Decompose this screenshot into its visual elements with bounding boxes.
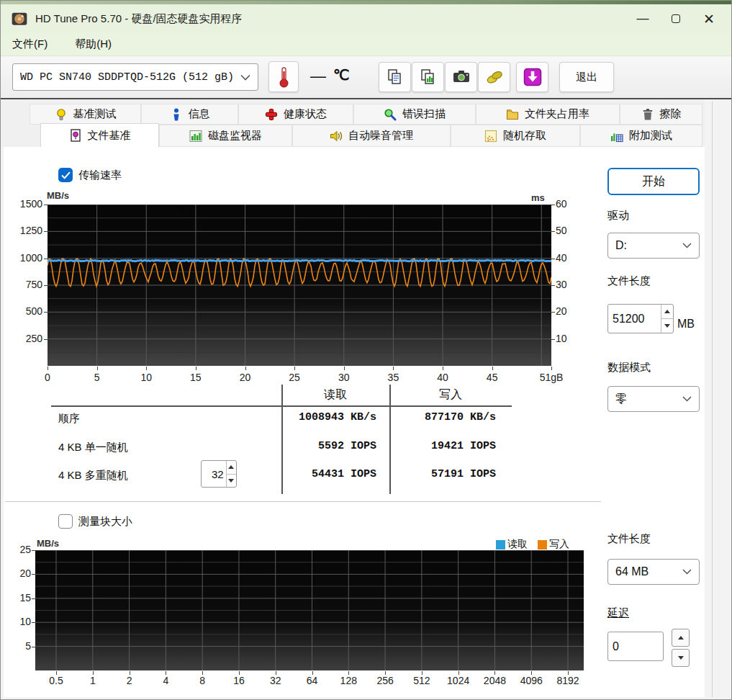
menu-file[interactable]: 文件(F)	[12, 37, 48, 51]
axis-tick	[146, 367, 147, 370]
spin-down-button[interactable]	[661, 319, 673, 333]
temperature-button[interactable]	[268, 61, 299, 92]
axis-tick-label: 10	[130, 372, 162, 383]
axis-tick	[202, 671, 203, 675]
minimize-button[interactable]: —	[626, 4, 659, 33]
axis-tick-label: 20	[2, 567, 31, 579]
queue-depth-input[interactable]	[202, 461, 226, 487]
tab-label: 信息	[189, 107, 210, 121]
data-mode-dropdown[interactable]: 零	[607, 386, 700, 412]
tab-label: 随机存取	[503, 129, 546, 143]
tab-label: 错误扫描	[402, 107, 446, 121]
exit-button-label: 退出	[576, 71, 597, 84]
delay-label: 延迟	[607, 606, 629, 620]
file-length2-label: 文件长度	[607, 532, 651, 546]
axis-tick-label: 1024	[443, 675, 474, 686]
copy-text-button[interactable]	[379, 62, 411, 92]
transfer-rate-checkbox[interactable]	[58, 168, 73, 182]
delay-input[interactable]	[608, 632, 663, 660]
hands-icon	[485, 68, 504, 86]
close-icon: ✕	[703, 11, 715, 27]
queue-depth-arrows[interactable]	[226, 461, 236, 487]
drive-selector-dropdown[interactable]: WD PC SN740 SDDPTQD-512G (512 gB)	[12, 63, 258, 91]
donate-button[interactable]	[478, 62, 510, 92]
axis-tick-label: 4	[150, 675, 181, 686]
lightbulb-icon	[55, 108, 68, 121]
tab-health[interactable]: 健康状态	[238, 104, 353, 125]
axis-tick	[44, 259, 48, 259]
file-length-unit: MB	[677, 318, 695, 331]
tab-benchmark[interactable]: 基准测试	[30, 104, 141, 125]
file-length-input[interactable]	[608, 305, 661, 333]
delay-down-button[interactable]	[672, 649, 690, 667]
window-right-margin	[705, 99, 732, 697]
axis-tick-label: 5	[2, 640, 31, 652]
transfer-rate-chart: MB/sms2505007501000125015001020304050600…	[1, 190, 602, 386]
axis-tick-label: 50	[556, 225, 582, 236]
axis-tick	[166, 671, 166, 675]
download-button[interactable]	[516, 62, 548, 92]
file-length2-dropdown[interactable]: 64 MB	[607, 559, 700, 585]
axis-tick-label: 30	[328, 372, 360, 383]
tab-extra-tests[interactable]: 附加测试	[580, 125, 702, 147]
results-4k-multi-write: 57191 IOPS	[389, 468, 496, 480]
tab-random-access[interactable]: 随机存取	[451, 125, 580, 147]
results-sequential-write: 877170 KB/s	[389, 411, 496, 423]
file-length-spinner[interactable]	[607, 304, 674, 333]
thermometer-icon	[279, 66, 289, 88]
axis-tick-label: 0	[32, 372, 63, 383]
hd-tune-logo-icon	[11, 11, 28, 27]
delay-input-box[interactable]	[607, 632, 664, 661]
temperature-value: —	[310, 67, 326, 86]
copy-image-button[interactable]	[412, 62, 444, 92]
spin-down-button[interactable]	[227, 475, 236, 488]
tab-label: 擦除	[660, 107, 682, 121]
triangle-up-icon	[664, 310, 670, 313]
exit-button[interactable]: 退出	[559, 62, 614, 92]
drive-dropdown[interactable]: D:	[607, 233, 700, 259]
results-col-write: 写入	[397, 387, 505, 403]
legend-swatch	[496, 540, 505, 549]
tab-folder-usage[interactable]: 文件夹占用率	[476, 104, 620, 125]
folder-icon	[506, 108, 519, 121]
tab-disk-monitor[interactable]: 磁盘监视器	[159, 125, 292, 147]
delay-up-button[interactable]	[672, 629, 690, 647]
axis-tick-label: 16	[223, 675, 255, 686]
download-arrow-icon	[523, 68, 542, 86]
triangle-down-icon	[664, 324, 670, 328]
drive-label: 驱动	[607, 209, 629, 223]
tab-erase[interactable]: 擦除	[620, 104, 702, 125]
tab-label: 健康状态	[284, 107, 327, 121]
axis-tick-label: 60	[556, 198, 582, 210]
screenshot-button[interactable]	[445, 62, 477, 92]
tab-label: 磁盘监视器	[208, 129, 262, 143]
menubar: 文件(F) 帮助(H)	[1, 33, 731, 56]
y-axis-unit-left: MB/s	[37, 538, 59, 549]
queue-depth-spinner[interactable]	[201, 460, 237, 488]
menu-help[interactable]: 帮助(H)	[75, 37, 112, 51]
trash-icon	[641, 108, 654, 121]
tab-label: 文件夹占用率	[525, 107, 589, 121]
axis-tick-label: 1500	[1, 198, 42, 210]
toolbar: WD PC SN740 SDDPTQD-512G (512 gB) — ℃	[1, 57, 731, 98]
axis-tick-label: 15	[180, 372, 212, 383]
tab-noise-management[interactable]: 自动噪音管理	[292, 125, 451, 147]
start-button[interactable]: 开始	[607, 168, 700, 195]
axis-tick	[32, 550, 35, 551]
block-size-checkbox[interactable]	[58, 514, 73, 529]
axis-tick	[32, 574, 35, 575]
axis-tick	[245, 367, 246, 370]
tab-info[interactable]: 信息	[141, 104, 238, 125]
copy-image-icon	[420, 68, 437, 86]
spin-up-button[interactable]	[661, 305, 673, 319]
axis-tick	[568, 671, 569, 675]
maximize-button[interactable]	[659, 4, 692, 33]
close-button[interactable]: ✕	[692, 4, 726, 33]
tab-error-scan[interactable]: 错误扫描	[353, 104, 476, 125]
tab-file-benchmark[interactable]: 文件基准	[40, 123, 159, 147]
axis-tick-label: 2048	[479, 675, 510, 686]
axis-tick	[44, 231, 48, 232]
file-length-arrows[interactable]	[661, 305, 673, 333]
tab-label: 附加测试	[629, 129, 672, 143]
spin-up-button[interactable]	[227, 461, 236, 475]
